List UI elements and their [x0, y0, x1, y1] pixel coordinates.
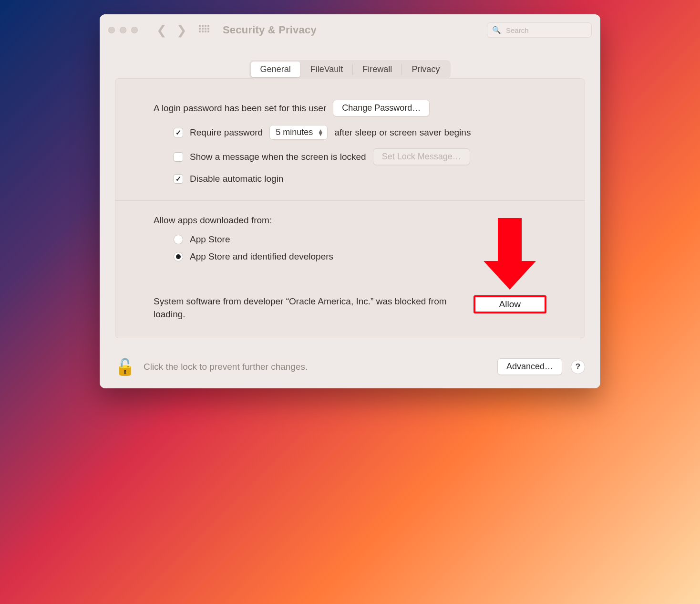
search-input[interactable]: 🔍 Search	[487, 22, 592, 38]
zoom-window-button[interactable]	[131, 27, 138, 33]
search-placeholder: Search	[506, 26, 529, 34]
annotation-arrow-icon	[484, 218, 536, 290]
login-password-text: A login password has been set for this u…	[154, 103, 326, 114]
radio-appstore-label: App Store	[190, 234, 230, 245]
tab-bar: General FileVault Firewall Privacy	[115, 60, 585, 79]
show-message-label: Show a message when the screen is locked	[190, 152, 366, 162]
general-panel: A login password has been set for this u…	[115, 78, 585, 338]
set-lock-message-button: Set Lock Message…	[373, 148, 470, 165]
tab-firewall[interactable]: Firewall	[353, 62, 401, 77]
window-controls	[108, 27, 138, 33]
require-password-delay-value: 5 minutes	[276, 127, 313, 137]
disable-auto-login-row: Disable automatic login	[154, 174, 546, 184]
require-password-row: Require password 5 minutes ▲▼ after slee…	[154, 125, 546, 140]
blocked-software-text: System software from developer “Oracle A…	[154, 295, 454, 321]
require-password-checkbox[interactable]	[174, 128, 183, 137]
blocked-software-row: System software from developer “Oracle A…	[154, 295, 546, 321]
footer: 🔓 Click the lock to prevent further chan…	[100, 350, 600, 388]
require-password-delay-select[interactable]: 5 minutes ▲▼	[269, 125, 328, 140]
panel-area: General FileVault Firewall Privacy A log…	[100, 46, 600, 350]
tab-filevault[interactable]: FileVault	[301, 62, 353, 77]
show-message-checkbox[interactable]	[174, 152, 183, 162]
close-window-button[interactable]	[108, 27, 115, 33]
disable-auto-login-checkbox[interactable]	[174, 174, 183, 184]
help-button[interactable]: ?	[571, 360, 585, 374]
lock-icon[interactable]: 🔓	[115, 359, 135, 375]
radio-appstore[interactable]	[174, 235, 183, 244]
search-icon: 🔍	[492, 26, 501, 34]
window-title: Security & Privacy	[223, 24, 317, 36]
tab-general[interactable]: General	[251, 62, 300, 77]
lock-text: Click the lock to prevent further change…	[144, 362, 308, 372]
advanced-button[interactable]: Advanced…	[497, 358, 562, 375]
allow-button-wrap: Allow	[474, 295, 546, 313]
login-password-row: A login password has been set for this u…	[154, 100, 546, 116]
allow-button[interactable]: Allow	[474, 295, 546, 313]
radio-identified-label: App Store and identified developers	[190, 251, 333, 262]
show-message-row: Show a message when the screen is locked…	[154, 148, 546, 165]
tab-privacy[interactable]: Privacy	[402, 62, 449, 77]
disable-auto-login-label: Disable automatic login	[190, 174, 283, 184]
show-all-prefs-icon[interactable]	[199, 25, 209, 35]
toolbar: ❮ ❯ Security & Privacy 🔍 Search	[100, 14, 600, 46]
change-password-button[interactable]: Change Password…	[333, 100, 430, 116]
security-privacy-window: ❮ ❯ Security & Privacy 🔍 Search General …	[100, 14, 600, 388]
radio-identified[interactable]	[174, 252, 183, 261]
minimize-window-button[interactable]	[120, 27, 126, 33]
back-button[interactable]: ❮	[155, 23, 168, 38]
require-password-after-text: after sleep or screen saver begins	[334, 127, 471, 138]
forward-button[interactable]: ❯	[175, 23, 188, 38]
chevron-updown-icon: ▲▼	[318, 129, 323, 136]
divider	[115, 200, 585, 201]
require-password-label: Require password	[190, 127, 263, 138]
